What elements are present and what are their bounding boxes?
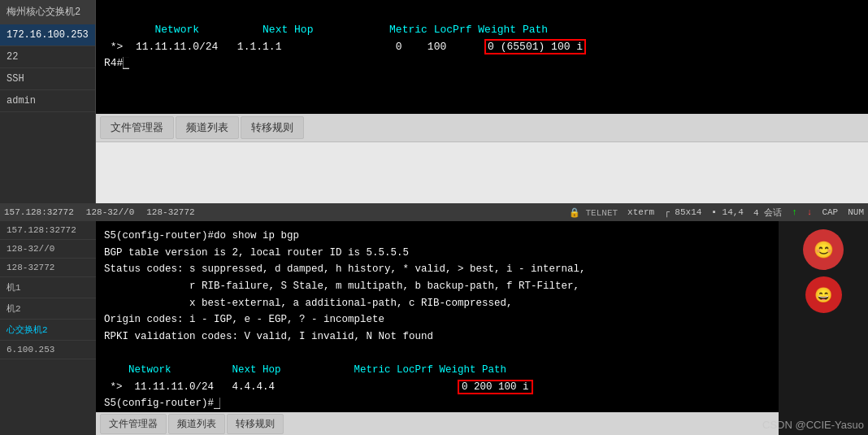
- sidebar-item-1[interactable]: 172.16.100.253: [0, 24, 95, 46]
- sidebar-bottom: 157.128:32772 128-32//0 128-32772 机1 机2 …: [0, 221, 96, 435]
- sidebar-bottom-item1[interactable]: 128-32//0: [0, 240, 96, 259]
- top-terminal[interactable]: Network Next Hop Metric LocPrf Weight Pa…: [96, 0, 868, 114]
- sidebar-item-2[interactable]: 22: [0, 46, 95, 68]
- terminal-size: ┌ 85x14: [664, 207, 701, 217]
- down-arrow-icon: ↓: [807, 207, 813, 217]
- cursor-pos: ▪ 14,4: [711, 207, 744, 217]
- sidebar-device-2[interactable]: 机2: [0, 298, 96, 320]
- tab-file-manager[interactable]: 文件管理器: [100, 116, 174, 139]
- bottom-tab-transfer-rules[interactable]: 转移规则: [227, 414, 284, 434]
- sidebar-switch[interactable]: 心交换机2: [0, 320, 96, 341]
- term-type: xterm: [627, 207, 654, 217]
- status-left: 157.128:32772: [4, 207, 74, 217]
- top-line3: R4#█: [104, 57, 129, 69]
- top-terminal-content: Network Next Hop Metric LocPrf Weight Pa…: [96, 0, 868, 94]
- bottom-terminal-content: S5(config-router)#do show ip bgp BGP tab…: [96, 221, 779, 419]
- sidebar-item-4[interactable]: admin: [0, 90, 95, 112]
- sidebar-item-0[interactable]: 梅州核心交换机2: [0, 0, 95, 24]
- telnet-status: 🔒 TELNET: [569, 207, 618, 218]
- sidebar-device-1[interactable]: 机1: [0, 277, 96, 298]
- sidebar-ip[interactable]: 6.100.253: [0, 341, 96, 359]
- top-line1: Network Next Hop Metric LocPrf Weight Pa…: [129, 24, 548, 36]
- sidebar-item-3[interactable]: SSH: [0, 68, 95, 90]
- avatar-1: 😊: [803, 229, 844, 270]
- bottom-tabs-bar: 文件管理器 频道列表 转移规则: [96, 412, 779, 435]
- status-bar: 157.128:32772 128-32//0 128-32772 🔒 TELN…: [0, 203, 868, 221]
- tab-channel-list[interactable]: 频道列表: [176, 116, 239, 139]
- watermark: CSDN @CCIE-Yasuo: [762, 419, 864, 431]
- tab-transfer-rules[interactable]: 转移规则: [241, 116, 304, 139]
- top-line2: *> 11.11.11.0/24 1.1.1.1 0 100 0 (65501)…: [104, 39, 586, 54]
- top-tabs-bar: 文件管理器 频道列表 转移规则: [96, 114, 868, 142]
- status-session1: 128-32//0: [86, 207, 134, 217]
- sidebar-bottom-item2[interactable]: 128-32772: [0, 259, 96, 277]
- sidebar-bottom-header: 157.128:32772: [0, 221, 96, 240]
- status-session2: 128-32772: [146, 207, 194, 217]
- num-indicator: NUM: [848, 207, 864, 217]
- bottom-tab-channel-list[interactable]: 频道列表: [168, 414, 225, 434]
- middle-blank-area: [96, 142, 868, 203]
- up-arrow-icon: ↑: [792, 207, 797, 217]
- status-right: 🔒 TELNET xterm ┌ 85x14 ▪ 14,4 4 会话 ↑ ↓ C…: [569, 207, 864, 219]
- cap-indicator: CAP: [822, 207, 838, 217]
- session-count: 4 会话: [753, 207, 782, 219]
- bottom-terminal[interactable]: S5(config-router)#do show ip bgp BGP tab…: [96, 221, 779, 435]
- right-panel: 😊 😄: [779, 221, 868, 435]
- avatar-2: 😄: [805, 276, 842, 313]
- bottom-tab-file-manager[interactable]: 文件管理器: [100, 414, 167, 434]
